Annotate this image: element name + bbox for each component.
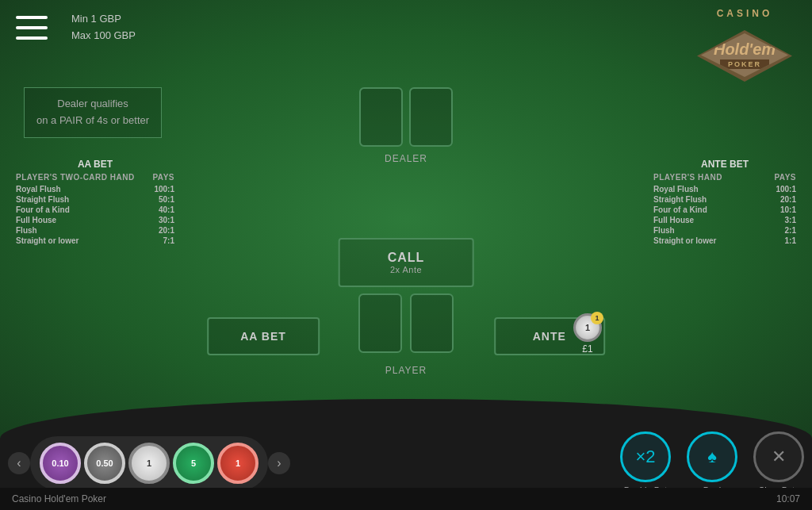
- casino-logo: CASINO Hold'em POKER: [693, 8, 796, 86]
- deal-button[interactable]: ♠ Deal: [687, 431, 737, 495]
- paytable-left: AA BET PLAYER'S TWO-CARD HAND PAYS Royal…: [16, 159, 174, 247]
- call-area: CALL 2x Ante: [339, 238, 474, 287]
- app-title: Casino Hold'em Poker: [12, 493, 106, 504]
- paytable-left-title: AA BET: [16, 159, 174, 170]
- paytable-right-row: Straight Flush20:1: [653, 195, 796, 204]
- dealer-label: DEALER: [385, 153, 427, 164]
- paytable-left-row: Straight Flush50:1: [16, 195, 174, 204]
- clear-bets-icon: ✕: [753, 431, 804, 482]
- dealer-card-2: [409, 87, 453, 147]
- aa-bet-button[interactable]: AA BET: [207, 317, 320, 355]
- logo-poker: POKER: [720, 59, 769, 69]
- chip-circle: 1 1: [573, 313, 602, 342]
- call-button[interactable]: CALL 2x Ante: [339, 238, 474, 287]
- double-bet-icon: ×2: [620, 431, 671, 482]
- casino-word: CASINO: [693, 8, 796, 19]
- paytable-right-row: Straight or lower1:1: [653, 236, 796, 245]
- paytable-right: ANTE BET PLAYER'S HAND PAYS Royal Flush1…: [653, 159, 796, 247]
- dealer-area: DEALER: [359, 87, 453, 164]
- deal-icon: ♠: [687, 431, 737, 482]
- status-bar: Casino Hold'em Poker 10:07: [0, 488, 812, 510]
- paytable-right-row: Full House3:1: [653, 216, 796, 224]
- clock: 10:07: [776, 493, 800, 504]
- paytable-right-header-pays: PAYS: [774, 173, 796, 182]
- dealer-card-1: [359, 87, 403, 147]
- clear-bets-button[interactable]: ✕ Clear Bets: [753, 431, 804, 495]
- action-buttons: ×2 Double Bet ♠ Deal ✕ Clear Bets: [620, 431, 804, 495]
- paytable-left-row: Four of a Kind40:1: [16, 205, 174, 214]
- chip-tray: 0.10 0.50 1 5 1: [30, 436, 268, 490]
- paytable-right-row: Four of a Kind10:1: [653, 205, 796, 214]
- paytable-right-row: Royal Flush100:1: [653, 185, 796, 194]
- chip-nav-right[interactable]: ›: [268, 452, 290, 474]
- player-label: PLAYER: [385, 365, 427, 376]
- paytable-right-rows: Royal Flush100:1Straight Flush20:1Four o…: [653, 185, 796, 245]
- chip-0.50[interactable]: 0.50: [84, 443, 125, 484]
- call-button-sub: 2x Ante: [388, 265, 425, 274]
- chip-amount: £1: [582, 343, 592, 355]
- menu-button[interactable]: [16, 16, 48, 40]
- paytable-left-row: Straight or lower7:1: [16, 236, 174, 245]
- paytable-left-row: Royal Flush100:1: [16, 185, 174, 194]
- paytable-left-row: Full House30:1: [16, 216, 174, 224]
- bet-limits: Min 1 GBP Max 100 GBP: [71, 11, 136, 44]
- paytable-right-row: Flush2:1: [653, 226, 796, 235]
- paytable-left-rows: Royal Flush100:1Straight Flush50:1Four o…: [16, 185, 174, 245]
- paytable-left-header-pays: PAYS: [152, 173, 174, 182]
- chip-badge-label: 1: [585, 323, 590, 332]
- dealer-cards: [359, 87, 453, 147]
- chip-1[interactable]: 1: [128, 443, 170, 484]
- double-bet-button[interactable]: ×2 Double Bet: [620, 431, 671, 495]
- paytable-right-header-hand: PLAYER'S HAND: [653, 173, 722, 182]
- bet-buttons: AA BET ANTE: [207, 317, 605, 355]
- chip-0.10[interactable]: 0.10: [40, 443, 81, 484]
- chip-100[interactable]: 1: [217, 443, 259, 484]
- paytable-left-row: Flush20:1: [16, 226, 174, 235]
- chip-5[interactable]: 5: [173, 443, 214, 484]
- call-button-label: CALL: [388, 251, 425, 265]
- dealer-qualifier: Dealer qualifies on a PAIR of 4s or bett…: [24, 87, 162, 138]
- paytable-right-title: ANTE BET: [653, 159, 796, 170]
- paytable-left-header-hand: PLAYER'S TWO-CARD HAND: [16, 173, 135, 182]
- ante-chip: 1 1 £1: [573, 313, 602, 355]
- chip-badge: 1: [591, 312, 603, 324]
- bottom-bar: ‹ 0.10 0.50 1 5 1 › ×2 Double Bet ♠ Deal…: [0, 439, 812, 488]
- chip-nav-left[interactable]: ‹: [8, 452, 30, 474]
